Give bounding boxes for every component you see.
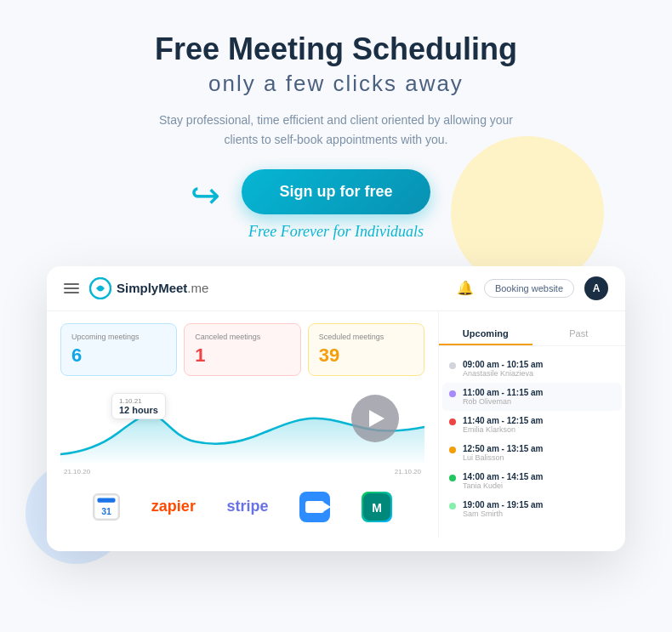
stat-scheduled-label: Sceduled meetings	[319, 333, 413, 341]
meeting-dot-4	[449, 447, 456, 453]
stat-canceled: Canceled meetings 1	[184, 323, 300, 376]
stat-upcoming-value: 6	[71, 344, 166, 367]
zoom-shape	[305, 501, 324, 513]
booking-website-button[interactable]: Booking website	[484, 279, 574, 298]
hero-subtitle: only a few clicks away	[17, 71, 655, 97]
stripe-logo-text: stripe	[226, 498, 268, 515]
meeting-dot-6	[449, 503, 456, 510]
svg-text:M: M	[372, 501, 382, 515]
meeting-time-6: 19:00 am - 19:15 am	[463, 500, 544, 510]
dashboard-mockup: SimplyMeet.me 🔔 Booking website A Upcomi…	[47, 266, 625, 551]
gcal-icon: 31	[93, 493, 120, 521]
gmeet-icon: M	[362, 492, 392, 522]
dashboard-right-panel: Upcoming Past 09:00 am - 10:15 am Anasta…	[438, 311, 625, 538]
dashboard-left-panel: Upcoming meetings 6 Canceled meetings 1 …	[47, 311, 438, 538]
chart-dates: 21.10.20 21.10.20	[60, 468, 424, 475]
chart-tooltip: 1.10.21 12 hours	[111, 393, 166, 419]
topbar-right: 🔔 Booking website A	[457, 276, 608, 300]
stat-upcoming: Upcoming meetings 6	[60, 323, 177, 376]
meeting-item-5: 14:00 am - 14:15 am Tania Kudei	[449, 467, 615, 495]
meeting-info-2: 11:00 am - 11:15 am Rob Oliveman	[463, 388, 544, 406]
meeting-time-5: 14:00 am - 14:15 am	[463, 472, 544, 481]
meeting-dot-5	[449, 475, 456, 481]
meetings-tabs: Upcoming Past	[439, 323, 625, 346]
meeting-item-2[interactable]: 11:00 am - 11:15 am Rob Oliveman	[442, 383, 622, 411]
meeting-name-5: Tania Kudei	[463, 481, 544, 490]
meeting-name-4: Lui Balisson	[463, 453, 544, 462]
zoom-integration[interactable]	[299, 492, 330, 522]
integrations-row: 31 zapier stripe	[60, 483, 424, 526]
stat-canceled-label: Canceled meetings	[195, 333, 289, 341]
meeting-info-1: 09:00 am - 10:15 am Anastasile Kniazieva	[463, 360, 544, 378]
meeting-name-3: Emilia Klarkson	[463, 425, 544, 434]
meeting-time-1: 09:00 am - 10:15 am	[463, 360, 544, 369]
google-meet-integration[interactable]: M	[362, 492, 392, 522]
dashboard-topbar: SimplyMeet.me 🔔 Booking website A	[47, 266, 625, 311]
meeting-item-6: 19:00 am - 19:15 am Sam Smirth	[449, 495, 615, 523]
chart-date-start: 21.10.20	[64, 468, 90, 475]
signup-button[interactable]: Sign up for free	[242, 169, 430, 214]
google-calendar-integration[interactable]: 31	[93, 493, 120, 521]
meeting-item-4: 12:50 am - 13:15 am Lui Balisson	[449, 439, 615, 467]
meeting-name-1: Anastasile Kniazieva	[463, 369, 544, 378]
svg-rect-3	[98, 498, 116, 502]
meeting-name-2: Rob Oliveman	[463, 397, 544, 406]
meeting-item-1: 09:00 am - 10:15 am Anastasile Kniazieva	[449, 355, 615, 383]
zapier-integration[interactable]: zapier	[151, 498, 196, 515]
hero-title: Free Meeting Scheduling	[17, 31, 655, 67]
hamburger-icon[interactable]	[64, 283, 79, 293]
meeting-time-2: 11:00 am - 11:15 am	[463, 388, 544, 397]
meeting-time-3: 11:40 am - 12:15 am	[463, 416, 544, 425]
logo-text: SimplyMeet.me	[117, 281, 208, 295]
stat-scheduled: Sceduled meetings 39	[308, 323, 424, 376]
meeting-info-4: 12:50 am - 13:15 am Lui Balisson	[463, 444, 544, 462]
play-button[interactable]	[351, 395, 399, 442]
play-button-wrap[interactable]	[351, 395, 399, 442]
meeting-list: 09:00 am - 10:15 am Anastasile Kniazieva…	[439, 355, 625, 523]
logo-icon	[89, 277, 111, 299]
meeting-dot-2	[449, 390, 456, 397]
stat-upcoming-label: Upcoming meetings	[71, 333, 166, 341]
tab-past[interactable]: Past	[532, 323, 626, 345]
meeting-info-3: 11:40 am - 12:15 am Emilia Klarkson	[463, 416, 544, 434]
zoom-icon	[299, 492, 330, 522]
cta-area: ↩ Sign up for free Free Forever for Indi…	[242, 169, 430, 241]
dashboard-body: Upcoming meetings 6 Canceled meetings 1 …	[47, 311, 625, 538]
hero-section: Free Meeting Scheduling only a few click…	[0, 0, 672, 241]
hero-description: Stay professional, time efficient and cl…	[157, 111, 515, 149]
chart-date-end: 21.10.20	[395, 468, 421, 475]
tooltip-date: 1.10.21	[119, 397, 158, 405]
stat-canceled-value: 1	[195, 344, 289, 367]
tooltip-value: 12 hours	[119, 405, 158, 415]
tab-upcoming[interactable]: Upcoming	[439, 323, 532, 345]
bell-icon[interactable]: 🔔	[457, 280, 474, 296]
meeting-time-4: 12:50 am - 13:15 am	[463, 444, 544, 453]
meeting-dot-3	[449, 418, 456, 425]
stats-row: Upcoming meetings 6 Canceled meetings 1 …	[60, 323, 424, 376]
play-triangle-icon	[369, 410, 384, 427]
arrow-curve-icon: ↩	[191, 178, 220, 214]
free-forever-label: Free Forever for Individuals	[242, 223, 430, 241]
meeting-info-6: 19:00 am - 19:15 am Sam Smirth	[463, 500, 544, 518]
stat-scheduled-value: 39	[319, 344, 413, 367]
stripe-integration[interactable]: stripe	[226, 498, 268, 515]
svg-text:31: 31	[101, 506, 111, 516]
meeting-item-3: 11:40 am - 12:15 am Emilia Klarkson	[449, 411, 615, 439]
meeting-dot-1	[449, 362, 456, 369]
chart-area: 1.10.21 12 hours	[60, 386, 424, 480]
zapier-logo-text: zapier	[151, 498, 196, 515]
logo: SimplyMeet.me	[89, 277, 208, 299]
meeting-name-6: Sam Smirth	[463, 510, 544, 518]
avatar: A	[584, 276, 608, 300]
meeting-info-5: 14:00 am - 14:15 am Tania Kudei	[463, 472, 544, 490]
